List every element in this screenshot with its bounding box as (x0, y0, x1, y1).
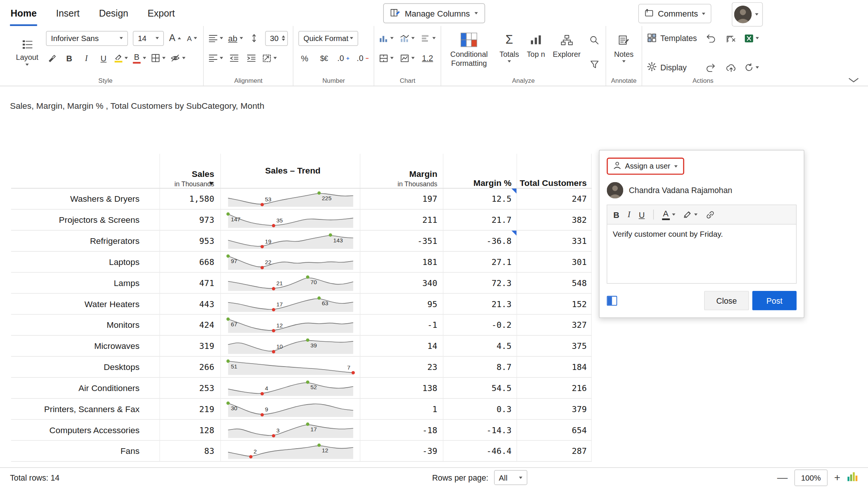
collapse-ribbon-icon[interactable] (848, 78, 859, 83)
manage-columns-button[interactable]: Manage Columns (383, 3, 485, 23)
rows-per-page-select[interactable]: All (494, 470, 527, 485)
bold-button[interactable]: B (613, 210, 619, 219)
italic-button[interactable]: I (628, 210, 630, 219)
zoom-out-button[interactable]: — (777, 472, 788, 483)
refresh-button[interactable] (744, 59, 759, 76)
bold-button[interactable]: B (63, 50, 75, 66)
increase-indent-button[interactable] (245, 50, 257, 66)
sales-value: 668 (159, 252, 220, 272)
post-button[interactable]: Post (752, 291, 797, 310)
assign-user-button[interactable]: Assign a user (607, 158, 684, 175)
table-row[interactable]: Water Heaters 443 6317 95 21.3 152 (11, 294, 591, 315)
font-family-select[interactable]: Inforiver Sans (46, 31, 128, 46)
account-menu-button[interactable] (732, 2, 763, 27)
text-orientation-button[interactable] (262, 50, 277, 66)
filter-button[interactable] (588, 56, 601, 72)
explorer-button[interactable]: Explorer (553, 30, 581, 76)
percent-format-button[interactable]: % (298, 50, 310, 66)
header-sales-trend[interactable]: Sales – Trend (220, 154, 360, 188)
top-n-button[interactable]: Top n (527, 30, 545, 76)
comments-button[interactable]: Comments (639, 4, 711, 23)
format-painter-icon[interactable] (46, 50, 58, 66)
redo-button[interactable] (705, 59, 717, 76)
table-row[interactable]: Projectors & Screens 973 14735 211 21.7 … (11, 210, 591, 231)
font-color-button[interactable]: A (662, 209, 675, 220)
zoom-in-button[interactable]: + (834, 472, 840, 483)
zoom-level[interactable]: 100% (794, 469, 827, 486)
resize-button[interactable] (724, 30, 737, 46)
header-margin[interactable]: Margin in Thousands (360, 154, 443, 188)
comment-indicator-triangle[interactable] (512, 189, 517, 193)
visibility-button[interactable] (171, 50, 186, 66)
highlight-button[interactable] (683, 210, 697, 219)
inforiver-logo-icon[interactable] (847, 472, 858, 483)
tab-insert[interactable]: Insert (55, 2, 80, 26)
step-down-icon[interactable] (282, 39, 285, 41)
table-row[interactable]: Microwaves 319 3910 14 4.5 375 (11, 336, 591, 357)
conditional-formatting-button[interactable]: Conditional Formatting (446, 30, 492, 76)
vertical-align-button[interactable] (209, 30, 223, 46)
italic-button[interactable]: I (80, 50, 92, 66)
borders-button[interactable] (151, 50, 165, 66)
undo-button[interactable] (705, 30, 717, 46)
header-total-customers[interactable]: Total Customers (517, 154, 592, 188)
table-row[interactable]: Fans 83 122 -39 -46.4 287 (11, 441, 591, 462)
font-color-button[interactable]: B (133, 50, 146, 66)
quick-format-select[interactable]: Quick Format (298, 31, 358, 46)
decrease-decimal-button[interactable]: .0− (357, 50, 369, 66)
close-button[interactable]: Close (704, 291, 749, 310)
table-row[interactable]: Printers, Scanners & Fax 219 309 1 0.3 3… (11, 399, 591, 420)
underline-button[interactable]: U (639, 210, 645, 219)
layout-button[interactable]: Layout (13, 30, 41, 76)
sort-indicator-icon[interactable] (209, 182, 214, 185)
bar-chart-button[interactable] (379, 30, 394, 46)
group-label-style: Style (13, 76, 198, 85)
export-excel-button[interactable] (744, 30, 759, 46)
table-row[interactable]: Laptops 668 9722 181 27.1 301 (11, 252, 591, 273)
increase-decimal-button[interactable]: .0+ (337, 50, 349, 66)
table-row[interactable]: Desktops 266 517 23 8.7 184 (11, 357, 591, 378)
row-height-stepper[interactable]: 30 (265, 31, 288, 46)
increase-font-button[interactable]: A (169, 30, 181, 46)
table-merge-button[interactable] (379, 50, 394, 66)
decrease-indent-button[interactable] (228, 50, 240, 66)
header-row-label[interactable] (11, 154, 159, 188)
table-row[interactable]: Lamps 471 7021 340 72.3 548 (11, 272, 591, 294)
horizontal-align-button[interactable] (209, 50, 223, 66)
font-family-value: Inforiver Sans (51, 34, 99, 43)
tab-home[interactable]: Home (10, 2, 37, 26)
panel-toggle-icon[interactable] (607, 295, 617, 305)
custom-number-format-button[interactable]: 1.2 (422, 50, 434, 66)
comment-text-input[interactable]: Verify customer count by Friday. (607, 225, 796, 283)
chevron-down-icon (674, 165, 677, 167)
comment-indicator-triangle[interactable] (512, 231, 517, 236)
underline-button[interactable]: U (98, 50, 110, 66)
currency-format-button[interactable]: $€ (318, 50, 330, 66)
table-row[interactable]: Air Conditioners 253 524 138 54.5 216 (11, 378, 591, 399)
wrap-text-button[interactable]: ab (228, 30, 243, 46)
hbar-chart-button[interactable] (422, 30, 436, 46)
tab-design[interactable]: Design (98, 2, 129, 26)
table-row[interactable]: Washers & Dryers 1,580 22553 197 12.5 24… (11, 189, 591, 210)
sparkline-button[interactable] (400, 50, 415, 66)
totals-button[interactable]: Σ Totals (500, 30, 519, 76)
notes-button[interactable]: Notes (614, 30, 634, 76)
step-up-icon[interactable] (282, 35, 285, 38)
highlight-color-button[interactable] (115, 50, 128, 66)
commenter-avatar (607, 182, 623, 198)
decrease-font-button[interactable]: A (186, 30, 198, 46)
row-height-icon (248, 30, 260, 46)
tab-export[interactable]: Export (147, 2, 175, 26)
display-button[interactable]: Display (647, 59, 697, 76)
templates-button[interactable]: Templates (647, 30, 697, 46)
font-size-select[interactable]: 14 (133, 31, 164, 46)
table-row[interactable]: Refrigerators 953 14319 -351 -36.8 331 (11, 231, 591, 252)
search-button[interactable] (588, 32, 601, 48)
link-button[interactable] (706, 210, 715, 219)
publish-button[interactable] (724, 59, 737, 76)
header-margin-pct[interactable]: Margin % (443, 154, 517, 188)
header-sales[interactable]: Sales in Thousands (159, 154, 220, 188)
combo-chart-button[interactable] (400, 30, 415, 46)
table-row[interactable]: Computers Accessories 128 173 -18 -14.3 … (11, 420, 591, 441)
table-row[interactable]: Monitors 424 6712 -1 -0.2 327 (11, 315, 591, 336)
